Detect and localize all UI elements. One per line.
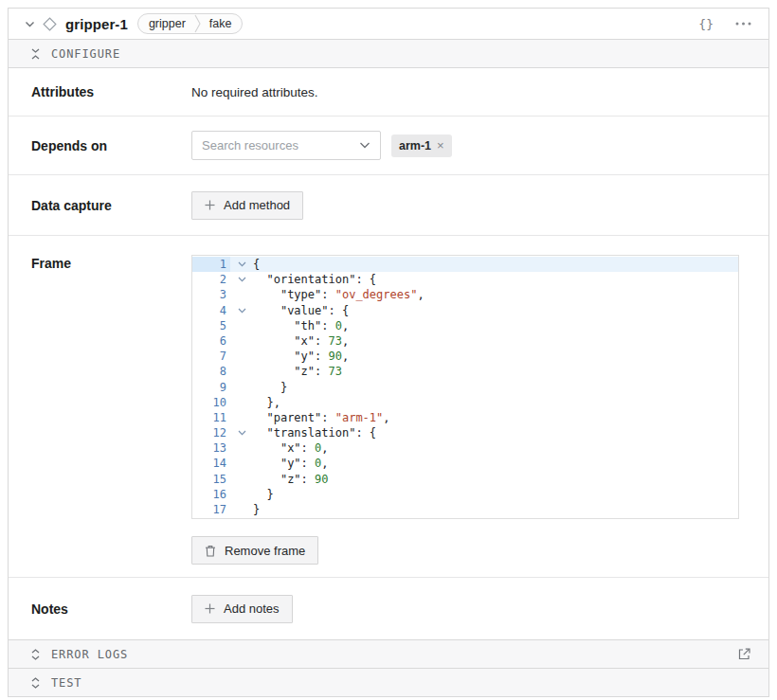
open-external-icon[interactable] — [737, 647, 751, 661]
badge-type-label: gripper — [149, 17, 186, 30]
fold-gutter — [230, 287, 253, 302]
plus-icon — [205, 603, 215, 614]
fold-chevron-icon[interactable] — [230, 272, 253, 287]
attributes-row: Attributes No required attributes. — [9, 68, 768, 117]
data-capture-row: Data capture Add method — [9, 175, 768, 236]
overflow-menu-icon[interactable] — [735, 22, 751, 26]
code-line[interactable]: 11 "parent": "arm-1", — [192, 410, 738, 425]
depends-on-label: Depends on — [9, 138, 191, 153]
line-number: 5 — [192, 318, 230, 333]
trash-icon — [205, 545, 216, 557]
component-type-badge: gripper fake — [137, 13, 244, 34]
code-text: "z": 90 — [253, 472, 329, 487]
frame-code-editor[interactable]: 1{2 "orientation": {3 "type": "ov_degree… — [191, 255, 739, 519]
code-line[interactable]: 4 "value": { — [192, 303, 738, 318]
attributes-label: Attributes — [9, 84, 191, 99]
add-method-button[interactable]: Add method — [191, 191, 303, 220]
code-text: "x": 73, — [253, 333, 349, 349]
json-mode-toggle[interactable]: {} — [698, 17, 714, 31]
code-text: "z": 73 — [253, 364, 342, 379]
plus-icon — [205, 200, 215, 210]
fold-gutter — [230, 395, 253, 410]
line-number: 10 — [192, 395, 230, 410]
fold-gutter — [230, 318, 253, 333]
code-text: } — [253, 380, 287, 395]
expand-section-icon — [30, 677, 41, 689]
data-capture-label: Data capture — [9, 198, 191, 213]
code-text: "parent": "arm-1", — [253, 410, 390, 425]
notes-label: Notes — [9, 601, 191, 617]
code-line[interactable]: 10 }, — [192, 395, 738, 410]
code-line[interactable]: 15 "z": 90 — [192, 472, 738, 487]
code-line[interactable]: 2 "orientation": { — [192, 272, 738, 287]
code-line[interactable]: 9 } — [192, 380, 738, 395]
expand-section-icon — [30, 649, 41, 660]
code-line[interactable]: 5 "th": 0, — [192, 318, 738, 333]
component-title: gripper-1 — [65, 16, 128, 32]
code-text: "value": { — [253, 303, 349, 318]
add-notes-button-label: Add notes — [224, 601, 280, 616]
line-number: 6 — [192, 333, 230, 349]
gripper-component-icon — [40, 15, 59, 32]
line-number: 12 — [192, 425, 230, 440]
code-line[interactable]: 3 "type": "ov_degrees", — [192, 287, 738, 302]
code-line[interactable]: 6 "x": 73, — [192, 333, 738, 349]
frame-label: Frame — [9, 255, 191, 577]
frame-row: Frame 1{2 "orientation": {3 "type": "ov_… — [9, 236, 768, 578]
code-text: }, — [253, 395, 280, 410]
search-resources-input[interactable] — [202, 138, 359, 153]
code-text: } — [253, 502, 260, 517]
fold-chevron-icon[interactable] — [230, 257, 253, 272]
chevron-down-icon[interactable] — [21, 15, 38, 32]
error-logs-section-bar[interactable]: ERROR LOGS — [9, 639, 768, 668]
line-number: 3 — [192, 287, 230, 302]
chevron-down-icon[interactable] — [359, 142, 370, 149]
remove-dependency-icon[interactable]: × — [437, 139, 444, 152]
code-line[interactable]: 8 "z": 73 — [192, 364, 738, 379]
fold-gutter — [230, 440, 253, 456]
code-line[interactable]: 14 "y": 0, — [192, 456, 738, 471]
add-method-button-label: Add method — [224, 198, 290, 212]
fold-chevron-icon[interactable] — [230, 303, 253, 318]
fold-gutter — [230, 333, 253, 349]
code-line[interactable]: 13 "x": 0, — [192, 440, 738, 456]
code-line[interactable]: 17} — [192, 502, 738, 517]
test-section-label: TEST — [51, 676, 82, 690]
code-text: "y": 0, — [253, 456, 329, 471]
code-line[interactable]: 16 } — [192, 487, 738, 502]
line-number: 9 — [192, 380, 230, 395]
fold-gutter — [230, 487, 253, 502]
line-number: 1 — [192, 257, 230, 272]
attributes-value: No required attributes. — [191, 85, 318, 99]
code-text: "type": "ov_degrees", — [253, 287, 425, 302]
remove-frame-button[interactable]: Remove frame — [191, 536, 318, 565]
code-line[interactable]: 7 "y": 90, — [192, 349, 738, 364]
dependency-chip: arm-1 × — [391, 135, 452, 157]
line-number: 8 — [192, 364, 230, 379]
configure-section-bar[interactable]: CONFIGURE — [9, 39, 768, 68]
code-line[interactable]: 1{ — [192, 257, 738, 272]
dependency-chip-label: arm-1 — [399, 139, 431, 153]
line-number: 17 — [192, 502, 230, 517]
error-logs-section-label: ERROR LOGS — [51, 648, 128, 661]
fold-chevron-icon[interactable] — [230, 425, 253, 440]
fold-gutter — [230, 410, 253, 425]
fold-gutter — [230, 380, 253, 395]
notes-row: Notes Add notes — [9, 578, 768, 639]
fold-gutter — [230, 472, 253, 487]
line-number: 7 — [192, 349, 230, 364]
code-text: { — [253, 257, 260, 272]
code-line[interactable]: 12 "translation": { — [192, 425, 738, 440]
configure-section-label: CONFIGURE — [51, 47, 120, 61]
add-notes-button[interactable]: Add notes — [191, 595, 293, 623]
fold-gutter — [230, 349, 253, 364]
component-header: gripper-1 gripper fake {} — [9, 9, 768, 39]
badge-divider-chevron-icon — [194, 14, 201, 33]
code-text: "orientation": { — [253, 272, 376, 287]
depends-on-select[interactable] — [191, 131, 381, 160]
test-section-bar[interactable]: TEST — [9, 668, 768, 696]
remove-frame-button-label: Remove frame — [225, 544, 305, 558]
collapse-section-icon — [30, 48, 41, 60]
line-number: 4 — [192, 303, 230, 318]
line-number: 13 — [192, 440, 230, 456]
